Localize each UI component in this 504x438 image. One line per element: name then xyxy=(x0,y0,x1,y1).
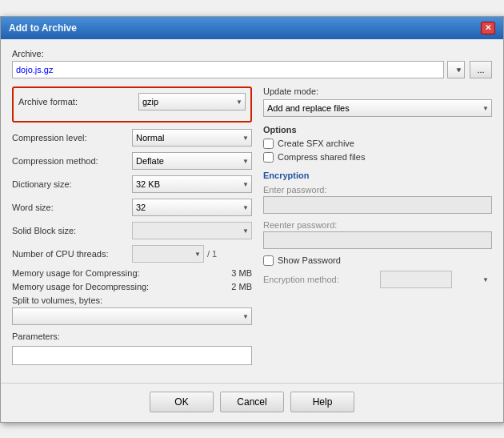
update-mode-section: Update mode: Add and replace files Updat… xyxy=(263,86,492,117)
memory-decompress-value: 2 MB xyxy=(220,282,252,291)
parameters-section: Parameters: xyxy=(12,332,252,365)
word-size-select[interactable]: 32 8 16 64 xyxy=(132,199,252,216)
update-mode-select[interactable]: Add and replace files Update and add fil… xyxy=(263,99,492,117)
dictionary-size-select[interactable]: 32 KB 64 KB 128 KB xyxy=(132,175,252,193)
browse-button[interactable]: ... xyxy=(470,61,492,78)
encryption-method-wrapper xyxy=(380,271,492,288)
archive-row: ▼ ... xyxy=(12,61,492,78)
show-password-label: Show Password xyxy=(278,255,341,265)
split-wrapper xyxy=(12,307,252,325)
title-bar: Add to Archive ✕ xyxy=(1,17,503,39)
archive-format-select[interactable]: gzip zip 7z bzip2 tar xyxy=(138,93,246,111)
enter-password-label: Enter password: xyxy=(263,185,492,195)
dictionary-size-label: Dictionary size: xyxy=(12,179,132,189)
compression-level-select[interactable]: Normal Store Fastest Fast Maximum Ultra xyxy=(132,129,252,147)
archive-label: Archive: xyxy=(12,49,492,58)
show-password-row: Show Password xyxy=(263,255,492,266)
right-panel: Update mode: Add and replace files Updat… xyxy=(263,86,492,365)
archive-input[interactable] xyxy=(12,61,444,78)
memory-decompress-label: Memory usage for Decompressing: xyxy=(12,282,220,291)
button-bar: OK Cancel Help xyxy=(1,383,503,422)
encryption-method-label: Encryption method: xyxy=(263,275,375,284)
memory-decompress-row: Memory usage for Decompressing: 2 MB xyxy=(12,282,252,291)
update-mode-label: Update mode: xyxy=(263,86,492,96)
reenter-password-input[interactable] xyxy=(263,231,492,249)
dialog-title: Add to Archive xyxy=(9,22,77,34)
solid-block-select xyxy=(132,222,252,239)
cancel-button[interactable]: Cancel xyxy=(220,392,284,412)
left-panel: Archive format: gzip zip 7z bzip2 tar xyxy=(12,86,252,365)
dictionary-size-wrapper: 32 KB 64 KB 128 KB xyxy=(132,175,252,193)
title-bar-buttons: ✕ xyxy=(481,22,495,34)
parameters-input[interactable] xyxy=(12,346,252,365)
word-size-wrapper: 32 8 16 64 xyxy=(132,199,252,216)
encryption-title: Encryption xyxy=(263,171,492,180)
split-label: Split to volumes, bytes: xyxy=(12,295,252,305)
archive-dropdown[interactable] xyxy=(447,61,465,78)
show-password-checkbox[interactable] xyxy=(263,255,274,266)
encryption-section: Encryption Enter password: Reenter passw… xyxy=(263,171,492,288)
solid-block-label: Solid Block size: xyxy=(12,226,132,235)
compression-level-wrapper: Normal Store Fastest Fast Maximum Ultra xyxy=(132,129,252,147)
archive-format-box: Archive format: gzip zip 7z bzip2 tar xyxy=(12,86,252,123)
ok-button[interactable]: OK xyxy=(150,392,214,412)
archive-format-row: Archive format: gzip zip 7z bzip2 tar xyxy=(18,93,246,111)
archive-format-label: Archive format: xyxy=(18,97,138,106)
parameters-label: Parameters: xyxy=(12,332,252,341)
encryption-method-select xyxy=(380,271,452,288)
main-content: Archive format: gzip zip 7z bzip2 tar xyxy=(12,86,492,365)
create-sfx-row: Create SFX archive xyxy=(263,139,492,149)
encryption-method-row: Encryption method: xyxy=(263,271,492,288)
cpu-threads-row: Number of CPU threads: / 1 xyxy=(12,245,252,263)
add-to-archive-dialog: Add to Archive ✕ Archive: ▼ ... Archive … xyxy=(0,16,504,423)
memory-compress-value: 3 MB xyxy=(220,268,252,278)
cpu-threads-select xyxy=(132,245,204,263)
compression-level-row: Compression level: Normal Store Fastest … xyxy=(12,129,252,147)
create-sfx-label: Create SFX archive xyxy=(278,139,354,148)
archive-format-select-wrapper: gzip zip 7z bzip2 tar xyxy=(138,93,246,111)
compression-method-select[interactable]: Deflate BZip2 LZMA xyxy=(132,152,252,170)
compress-shared-checkbox[interactable] xyxy=(263,152,274,163)
memory-compress-label: Memory usage for Compressing: xyxy=(12,268,220,278)
update-mode-wrapper: Add and replace files Update and add fil… xyxy=(263,99,492,117)
close-button[interactable]: ✕ xyxy=(481,22,495,34)
cpu-threads-controls: / 1 xyxy=(132,245,217,263)
memory-compress-row: Memory usage for Compressing: 3 MB xyxy=(12,268,252,278)
compression-method-wrapper: Deflate BZip2 LZMA xyxy=(132,152,252,170)
compress-shared-row: Compress shared files xyxy=(263,152,492,163)
word-size-label: Word size: xyxy=(12,203,132,212)
options-section: Options Create SFX archive Compress shar… xyxy=(263,125,492,163)
dialog-body: Archive: ▼ ... Archive format: gzi xyxy=(1,39,503,375)
split-row: Split to volumes, bytes: xyxy=(12,295,252,325)
word-size-row: Word size: 32 8 16 64 xyxy=(12,199,252,216)
solid-block-wrapper xyxy=(132,222,252,239)
cpu-threads-label: Number of CPU threads: xyxy=(12,249,132,259)
enter-password-input[interactable] xyxy=(263,196,492,214)
solid-block-row: Solid Block size: xyxy=(12,222,252,239)
cpu-threads-suffix: / 1 xyxy=(207,249,217,259)
compression-method-row: Compression method: Deflate BZip2 LZMA xyxy=(12,152,252,170)
options-title: Options xyxy=(263,125,492,135)
dictionary-size-row: Dictionary size: 32 KB 64 KB 128 KB xyxy=(12,175,252,193)
split-select[interactable] xyxy=(12,307,252,325)
help-button[interactable]: Help xyxy=(290,392,354,412)
compression-level-label: Compression level: xyxy=(12,133,132,143)
compression-method-label: Compression method: xyxy=(12,156,132,166)
compress-shared-label: Compress shared files xyxy=(278,152,365,162)
create-sfx-checkbox[interactable] xyxy=(263,139,274,149)
reenter-password-label: Reenter password: xyxy=(263,220,492,230)
